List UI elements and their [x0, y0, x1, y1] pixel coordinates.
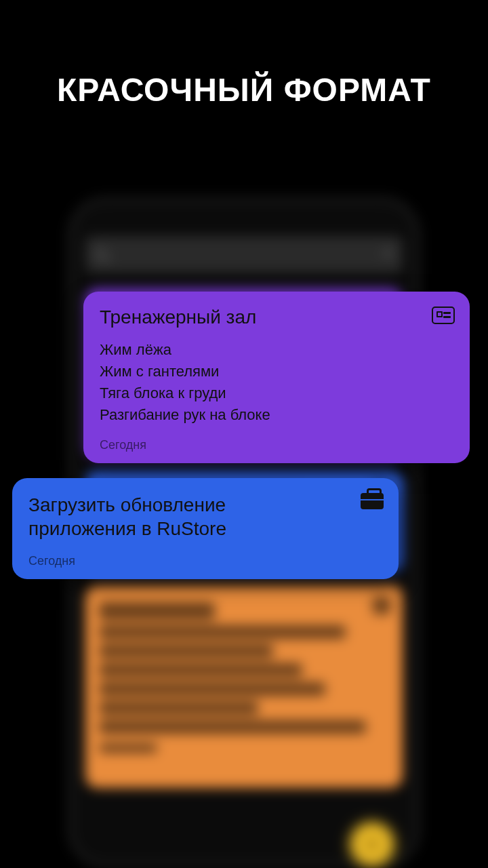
note-title: Загрузить обновление приложения в RuStor…	[28, 493, 312, 540]
note-card-upload[interactable]: Загрузить обновление приложения в RuStor…	[12, 478, 399, 579]
note-line: Разгибание рук на блоке	[100, 404, 453, 426]
gear-icon	[373, 597, 390, 614]
list-icon	[432, 307, 455, 324]
note-date: Сегодня	[28, 554, 382, 568]
briefcase-icon	[361, 493, 384, 509]
note-line: Тяга блока к груди	[100, 382, 453, 404]
note-card-gym[interactable]: Тренажерный зал Жим лёжа Жим с гантелями…	[83, 292, 470, 463]
note-date: Сегодня	[100, 438, 453, 452]
search-bar[interactable]	[85, 236, 403, 273]
blurred-card-orange	[85, 585, 403, 788]
add-note-button[interactable]	[350, 822, 394, 867]
note-body: Жим лёжа Жим с гантелями Тяга блока к гр…	[100, 339, 453, 426]
note-title: Тренажерный зал	[100, 307, 453, 328]
note-line: Жим лёжа	[100, 339, 453, 361]
promo-headline: КРАСОЧНЫЙ ФОРМАТ	[0, 71, 488, 108]
note-line: Жим с гантелями	[100, 361, 453, 382]
search-icon	[95, 248, 107, 260]
filter-dropdown-icon	[382, 251, 393, 258]
